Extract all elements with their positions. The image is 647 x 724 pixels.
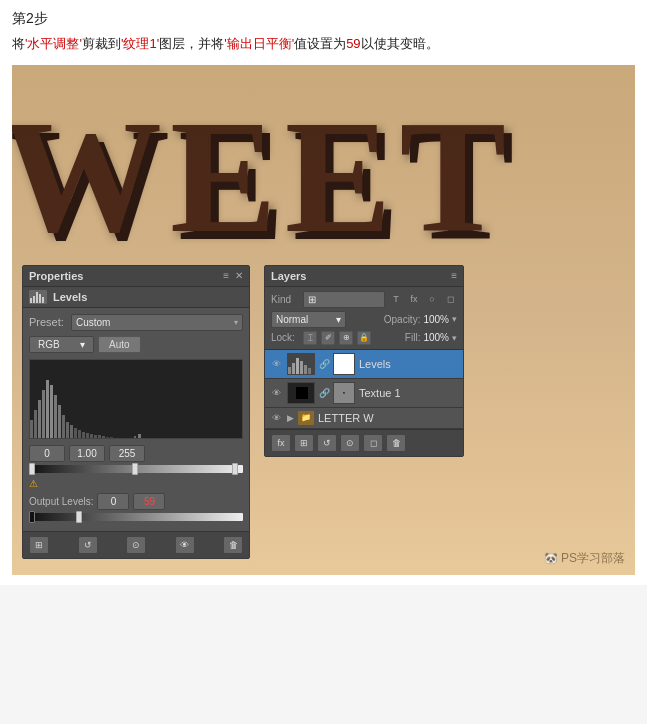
output-min[interactable]: 0 [97, 493, 129, 510]
properties-panel: Properties ≡ ✕ Levels Preset: [22, 265, 250, 559]
prop-footer-btn-1[interactable]: ⊞ [29, 536, 49, 554]
lock-icon-position[interactable]: ⊕ [339, 331, 353, 345]
channel-dropdown[interactable]: RGB ▾ [29, 336, 94, 353]
output-black-point[interactable] [29, 511, 35, 523]
preset-label: Preset: [29, 316, 67, 328]
blend-row: Normal ▾ Opacity: 100% ▾ [271, 311, 457, 328]
fill-label: Fill: [405, 332, 421, 343]
kind-dropdown[interactable]: ⊞ [303, 291, 385, 308]
choc-letters-top: WEET [12, 85, 514, 270]
input-min[interactable]: 0 [29, 445, 65, 462]
layers-title: Layers [271, 270, 306, 282]
svg-rect-10 [70, 425, 73, 438]
output-white-point[interactable] [76, 511, 82, 523]
step-label: 第2步 [12, 10, 635, 28]
properties-collapse-btn[interactable]: ≡ [223, 270, 229, 281]
input-slider-row: 0 1.00 255 [29, 445, 243, 462]
blend-mode-value: Normal [276, 314, 308, 325]
fill-row: Fill: 100% ▾ [405, 332, 457, 343]
fill-arrow: ▾ [452, 333, 457, 343]
layer-thumb-texture [287, 382, 315, 404]
layer-item-texture[interactable]: 👁 🔗 ▪ Textue 1 [265, 379, 463, 408]
kind-label: Kind [271, 294, 299, 305]
svg-rect-32 [296, 387, 308, 399]
texture-thumb-svg [288, 382, 314, 404]
layers-adjustment-btn[interactable]: ↺ [317, 434, 337, 452]
layers-list: 👁 🔗 Levels [265, 350, 463, 430]
highlight-value: 59 [346, 36, 360, 51]
svg-rect-12 [78, 430, 81, 438]
layers-footer: fx ⊞ ↺ ⊙ ◻ 🗑 [265, 430, 463, 456]
lock-row: Lock: ⌶ ✐ ⊕ 🔒 Fill: 100% ▾ [271, 331, 457, 345]
layers-add-mask-btn[interactable]: ⊞ [294, 434, 314, 452]
lock-icon-all[interactable]: 🔒 [357, 331, 371, 345]
svg-rect-11 [74, 428, 77, 438]
svg-rect-2 [38, 400, 41, 438]
link-icon-texture: 🔗 [319, 388, 329, 398]
layer-eye-letter-w[interactable]: 👁 [269, 411, 283, 425]
layers-panel: Layers ≡ Kind ⊞ T fx ○ ◻ [264, 265, 464, 457]
auto-button[interactable]: Auto [98, 336, 141, 353]
svg-rect-17 [98, 435, 101, 438]
prop-footer-btn-2[interactable]: ↺ [78, 536, 98, 554]
blend-arrow: ▾ [336, 314, 341, 325]
opacity-arrow: ▾ [452, 314, 457, 324]
warning-icon: ⚠ [29, 478, 38, 489]
kind-icon-T[interactable]: T [389, 292, 403, 306]
warning-row: ⚠ [29, 478, 243, 489]
opacity-value[interactable]: 100% [423, 314, 449, 325]
layers-fx-btn[interactable]: fx [271, 434, 291, 452]
levels-sub-title: Levels [53, 291, 87, 303]
prop-footer-btn-5[interactable]: 🗑 [223, 536, 243, 554]
layer-name-letter-w: LETTER W [318, 412, 459, 424]
lock-icon-pixels[interactable]: ⌶ [303, 331, 317, 345]
fill-value[interactable]: 100% [423, 332, 449, 343]
opacity-row: Opacity: 100% ▾ [384, 314, 457, 325]
input-track[interactable] [29, 465, 243, 473]
input-max[interactable]: 255 [109, 445, 145, 462]
prop-footer-btn-3[interactable]: ⊙ [126, 536, 146, 554]
input-white-point[interactable] [232, 463, 238, 475]
layer-eye-levels[interactable]: 👁 [269, 357, 283, 371]
kind-icon-fx[interactable]: fx [407, 292, 421, 306]
svg-rect-20 [110, 437, 113, 438]
layers-footer-left: fx ⊞ ↺ ⊙ ◻ 🗑 [271, 434, 406, 452]
blend-mode-dropdown[interactable]: Normal ▾ [271, 311, 346, 328]
levels-thumb-svg [288, 353, 314, 375]
svg-rect-26 [292, 363, 295, 375]
highlight-levels: '水平调整' [25, 36, 82, 51]
lock-label: Lock: [271, 332, 299, 343]
layer-eye-texture[interactable]: 👁 [269, 386, 283, 400]
layer-item-letter-w[interactable]: 👁 ▶ 📁 LETTER W [265, 408, 463, 429]
output-gradient-slider [29, 513, 243, 521]
svg-rect-14 [86, 433, 89, 438]
output-track[interactable] [29, 513, 243, 521]
properties-close-btn[interactable]: ✕ [235, 270, 243, 281]
kind-icon-circle[interactable]: ○ [425, 292, 439, 306]
preset-dropdown[interactable]: Custom ▾ [71, 314, 243, 331]
svg-rect-3 [42, 390, 45, 438]
lock-icon-paint[interactable]: ✐ [321, 331, 335, 345]
properties-sub-header: Levels [23, 287, 249, 308]
preset-row: Preset: Custom ▾ [29, 314, 243, 331]
group-arrow[interactable]: ▶ [287, 413, 294, 423]
layers-group-btn[interactable]: ⊙ [340, 434, 360, 452]
layer-mask-texture: ▪ [333, 382, 355, 404]
opacity-label: Opacity: [384, 314, 421, 325]
properties-title: Properties [29, 270, 83, 282]
kind-icon-square[interactable]: ◻ [443, 292, 457, 306]
layers-collapse-btn[interactable]: ≡ [451, 270, 457, 281]
input-mid[interactable]: 1.00 [69, 445, 105, 462]
layers-delete-btn[interactable]: 🗑 [386, 434, 406, 452]
prop-footer-btn-4[interactable]: 👁 [175, 536, 195, 554]
layer-name-levels: Levels [359, 358, 459, 370]
histogram-svg [30, 360, 242, 438]
layer-item-levels[interactable]: 👁 🔗 Levels [265, 350, 463, 379]
input-black-point[interactable] [29, 463, 35, 475]
canvas-area: WEET R Properties ≡ ✕ Levels [12, 65, 635, 575]
output-max[interactable]: 59 [133, 493, 165, 510]
input-mid-point[interactable] [132, 463, 138, 475]
svg-rect-1 [34, 410, 37, 438]
layers-new-btn[interactable]: ◻ [363, 434, 383, 452]
layers-header: Layers ≡ [265, 266, 463, 287]
